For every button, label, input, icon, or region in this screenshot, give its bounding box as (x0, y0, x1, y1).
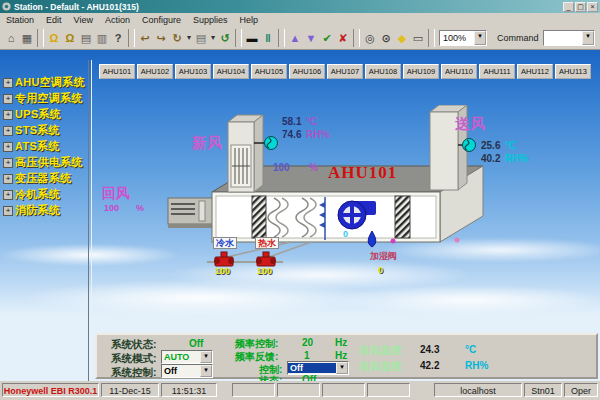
command-input[interactable] (543, 30, 595, 46)
menu-item[interactable]: Configure (136, 15, 187, 25)
restore-button[interactable]: ▢ (575, 2, 586, 12)
area-zoom-icon[interactable]: ▭ (410, 29, 426, 47)
console-icon[interactable]: ▬ (244, 29, 260, 47)
tree-expand-icon[interactable] (3, 206, 13, 216)
alarm-summary-icon[interactable]: Ω (46, 29, 62, 47)
toolbar-icons: ⌂▦ΩΩ▤▥?↩↪↻▾▤▾↺▬‖▲▼✔✘◎⊙◆▭ (3, 27, 426, 49)
ahu-tab[interactable]: AHU104 (213, 64, 249, 79)
chevron-down-icon[interactable] (582, 31, 594, 45)
freq-control-value: 20 (302, 337, 313, 348)
freq-feedback-label: 频率反馈: (235, 350, 278, 364)
menu-item[interactable]: Action (99, 15, 136, 25)
system-status-label: 系统状态: (111, 338, 157, 352)
close-button[interactable]: × (587, 2, 598, 12)
display-icon[interactable]: ▦ (19, 29, 35, 47)
menu-item[interactable]: Supplies (187, 15, 234, 25)
chevron-down-icon[interactable] (200, 351, 212, 363)
chilled-water-valve-icon (214, 252, 234, 266)
ahu-title: AHU101 (328, 163, 397, 183)
ahu-tab[interactable]: AHU113 (555, 64, 591, 79)
sidebar-item[interactable]: 冷机系统 (3, 188, 87, 201)
tree-expand-icon[interactable] (3, 94, 13, 104)
tree-expand-icon[interactable] (3, 158, 13, 168)
separator (128, 29, 135, 47)
sidebar-item[interactable]: 高压供电系统 (3, 156, 87, 169)
toolbar: ⌂▦ΩΩ▤▥?↩↪↻▾▤▾↺▬‖▲▼✔✘◎⊙◆▭ 100% Command (0, 26, 600, 50)
separator (278, 29, 285, 47)
ahu-tab[interactable]: AHU106 (289, 64, 325, 79)
minimize-button[interactable]: _ (563, 2, 574, 12)
tree-expand-icon[interactable] (3, 78, 13, 88)
menu-item[interactable]: Station (0, 15, 40, 25)
tree-expand-icon[interactable] (3, 190, 13, 200)
event-summary-icon[interactable]: ▥ (94, 29, 110, 47)
menu-item[interactable]: Help (233, 15, 264, 25)
tree-expand-icon[interactable] (3, 142, 13, 152)
menu-item[interactable]: View (68, 15, 99, 25)
zoom-value: 100% (440, 33, 474, 43)
page-recall-icon[interactable]: ↻ (169, 29, 185, 47)
tree-expand-icon[interactable] (3, 126, 13, 136)
print-icon[interactable]: ▤ (193, 29, 209, 47)
tree-expand-icon[interactable] (3, 174, 13, 184)
ahu-tab[interactable]: AHU101 (99, 64, 135, 79)
page-forward-icon[interactable]: ↪ (153, 29, 169, 47)
date-cell: 11-Dec-15 (101, 383, 159, 397)
chevron-down-icon[interactable] (474, 31, 486, 45)
sidebar-item[interactable]: AHU空调系统 (3, 76, 87, 89)
sidebar-item[interactable]: 消防系统 (3, 204, 87, 217)
window-controls: _▢× (563, 2, 598, 12)
ahu-tab[interactable]: AHU103 (175, 64, 211, 79)
tree-expand-icon[interactable] (3, 110, 13, 120)
ahu-tab[interactable]: AHU102 (137, 64, 173, 79)
ahu-tab[interactable]: AHU109 (403, 64, 439, 79)
supply-air-humidity: 40.2 RH% (481, 153, 528, 164)
ahu-tab[interactable]: AHU112 (517, 64, 553, 79)
chevron-down-icon[interactable] (336, 362, 348, 374)
pan-icon[interactable]: ◆ (394, 29, 410, 47)
trend-icon[interactable]: ‖ (260, 29, 276, 47)
dropdown-caret-icon[interactable]: ▾ (209, 29, 217, 47)
accept-icon[interactable]: ✔ (319, 29, 335, 47)
find-icon[interactable]: ◎ (362, 29, 378, 47)
alert-summary-icon[interactable]: ▤ (78, 29, 94, 47)
ahu-tabs: AHU101AHU102AHU103AHU104AHU105AHU106AHU1… (99, 64, 591, 79)
station-cell: Stn01 (524, 383, 562, 397)
message-summary-icon[interactable]: ? (110, 29, 126, 47)
refresh-page-icon[interactable]: ↺ (217, 29, 233, 47)
return-rh-value: 42.2 (420, 360, 439, 371)
zoom-select[interactable]: 100% (439, 30, 487, 46)
sidebar-item[interactable]: STS系统 (3, 124, 87, 137)
ahu-tab[interactable]: AHU105 (251, 64, 287, 79)
lower-icon[interactable]: ▼ (303, 29, 319, 47)
alarm-ack-icon[interactable]: Ω (62, 29, 78, 47)
station-icon[interactable]: ⌂ (3, 29, 19, 47)
ahu-tab[interactable]: AHU108 (365, 64, 401, 79)
system-control-select[interactable]: Off (161, 364, 213, 378)
sidebar-item[interactable]: 变压器系统 (3, 172, 87, 185)
chilled-water-label: 冷水 (213, 237, 237, 249)
return-rh-unit: RH% (465, 360, 488, 371)
ahu-tab[interactable]: AHU107 (327, 64, 363, 79)
titlebar: Station - Default - AHU101(315) _▢× (0, 0, 600, 13)
sidebar-item[interactable]: ATS系统 (3, 140, 87, 153)
sidebar-item[interactable]: UPS系统 (3, 108, 87, 121)
fresh-air-temp: 58.1 °C (282, 116, 317, 127)
page-back-icon[interactable]: ↩ (137, 29, 153, 47)
system-mode-select[interactable]: AUTO (161, 350, 213, 364)
dropdown-caret-icon[interactable]: ▾ (185, 29, 193, 47)
chevron-down-icon[interactable] (200, 365, 212, 377)
ahu-tab[interactable]: AHU110 (441, 64, 477, 79)
separator (37, 29, 44, 47)
zoom-icon[interactable]: ⊙ (378, 29, 394, 47)
sidebar-item[interactable]: 专用空调系统 (3, 92, 87, 105)
return-temp-label: 回风温度: (359, 344, 405, 358)
separator (235, 29, 242, 47)
empty-cell (277, 383, 320, 397)
fan-status-panel-value: Off (302, 374, 316, 381)
reject-icon[interactable]: ✘ (335, 29, 351, 47)
fan-control-select[interactable]: Off (287, 361, 349, 375)
menu-item[interactable]: Edit (40, 15, 68, 25)
raise-icon[interactable]: ▲ (287, 29, 303, 47)
ahu-tab[interactable]: AHU111 (479, 64, 515, 79)
